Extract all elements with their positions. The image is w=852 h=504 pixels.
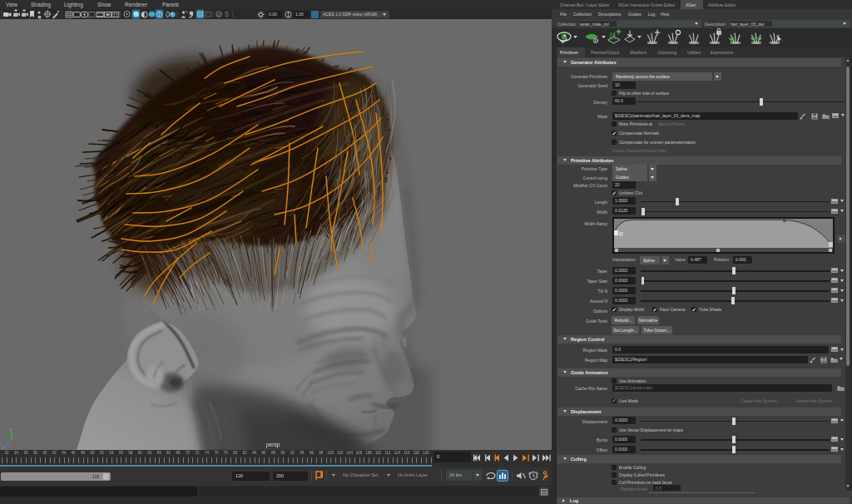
svg-text:persp: persp: [266, 442, 280, 448]
svg-text:R: R: [619, 231, 623, 237]
svg-text:TT: TT: [113, 13, 118, 18]
